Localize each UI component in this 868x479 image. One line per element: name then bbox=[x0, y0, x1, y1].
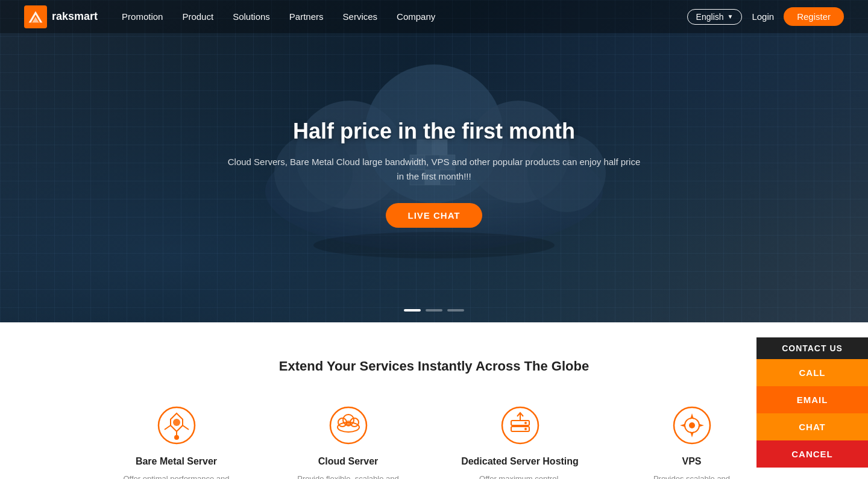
cloud-server-icon bbox=[327, 404, 370, 446]
nav-services[interactable]: Services bbox=[343, 11, 378, 22]
hero-title: Half price in the first month bbox=[223, 119, 645, 144]
slider-dots bbox=[404, 309, 464, 312]
language-selector[interactable]: English ▼ bbox=[687, 9, 743, 25]
nav-promotion[interactable]: Promotion bbox=[122, 11, 163, 22]
bare-metal-desc: Offer optimal performance and bbox=[123, 473, 229, 479]
service-card-vps: VPS Provides scalable and bbox=[618, 404, 766, 479]
svg-line-24 bbox=[183, 425, 189, 430]
logo-text: raksmart bbox=[52, 10, 98, 23]
dedicated-server-desc: Offer maximum control, bbox=[479, 473, 561, 479]
logo-icon bbox=[24, 5, 47, 28]
service-card-dedicated: Dedicated Server Hosting Offer maximum c… bbox=[446, 404, 594, 479]
slider-dot-1[interactable] bbox=[404, 309, 421, 312]
language-label: English bbox=[696, 12, 724, 22]
dedicated-server-name: Dedicated Server Hosting bbox=[461, 456, 579, 467]
section-title: Extend Your Services Instantly Across Th… bbox=[60, 358, 808, 374]
hero-content: Half price in the first month Cloud Serv… bbox=[223, 119, 645, 228]
slider-dot-3[interactable] bbox=[447, 309, 464, 312]
service-card-bare-metal: Bare Metal Server Offer optimal performa… bbox=[102, 404, 250, 479]
nav-links: Promotion Product Solutions Partners Ser… bbox=[122, 11, 687, 22]
bare-metal-name: Bare Metal Server bbox=[136, 456, 217, 467]
cloud-server-name: Cloud Server bbox=[318, 456, 379, 467]
contact-title: CONTACT US bbox=[756, 337, 868, 359]
cloud-server-desc: Provide flexible, scalable and bbox=[297, 473, 398, 479]
nav-product[interactable]: Product bbox=[182, 11, 213, 22]
chevron-down-icon: ▼ bbox=[728, 13, 734, 20]
service-card-cloud: Cloud Server Provide flexible, scalable … bbox=[274, 404, 422, 479]
vps-name: VPS bbox=[682, 456, 701, 467]
nav-solutions[interactable]: Solutions bbox=[233, 11, 270, 22]
contact-panel: CONTACT US CALL EMAIL CHAT CANCEL bbox=[756, 337, 868, 468]
hero-subtitle: Cloud Servers, Bare Metal Cloud large ba… bbox=[223, 155, 645, 184]
svg-point-22 bbox=[174, 435, 179, 440]
navbar-right: English ▼ Login Register bbox=[687, 7, 844, 26]
services-grid: Bare Metal Server Offer optimal performa… bbox=[102, 404, 766, 479]
vps-desc: Provides scalable and bbox=[653, 473, 730, 479]
svg-point-39 bbox=[689, 422, 695, 428]
dedicated-server-icon bbox=[499, 404, 541, 446]
logo[interactable]: raksmart bbox=[24, 5, 98, 28]
svg-point-35 bbox=[524, 428, 527, 430]
login-link[interactable]: Login bbox=[752, 11, 774, 22]
slider-dot-2[interactable] bbox=[426, 309, 442, 312]
vps-icon bbox=[671, 404, 713, 446]
hero-section: Half price in the first month Cloud Serv… bbox=[0, 0, 868, 322]
navbar: raksmart Promotion Product Solutions Par… bbox=[0, 0, 868, 33]
svg-point-34 bbox=[524, 422, 527, 424]
register-button[interactable]: Register bbox=[784, 7, 844, 26]
svg-line-23 bbox=[165, 425, 171, 430]
chat-button[interactable]: CHAT bbox=[756, 413, 868, 440]
call-button[interactable]: CALL bbox=[756, 359, 868, 386]
email-button[interactable]: EMAIL bbox=[756, 386, 868, 413]
nav-partners[interactable]: Partners bbox=[289, 11, 324, 22]
cancel-button[interactable]: CANCEL bbox=[756, 440, 868, 468]
svg-point-30 bbox=[345, 421, 351, 427]
live-chat-button[interactable]: LIVE CHAT bbox=[386, 203, 482, 228]
svg-point-18 bbox=[313, 232, 555, 258]
svg-point-20 bbox=[173, 419, 180, 426]
bare-metal-icon bbox=[156, 404, 198, 446]
nav-company[interactable]: Company bbox=[397, 11, 435, 22]
main-content: Extend Your Services Instantly Across Th… bbox=[0, 322, 868, 479]
